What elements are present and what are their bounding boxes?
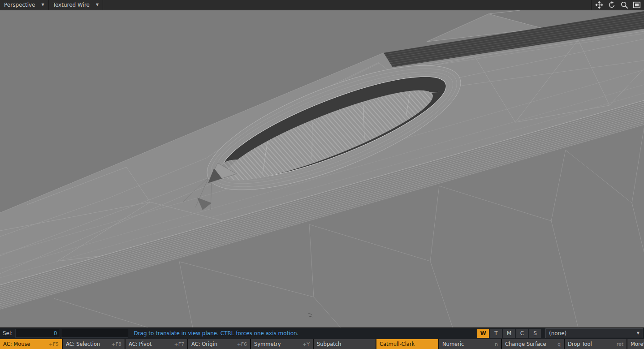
- symmetry-button[interactable]: Symmetry +Y: [251, 339, 313, 349]
- drop-tool-button[interactable]: Drop Tool ret: [565, 339, 627, 349]
- info-field: [61, 329, 128, 338]
- vmap-color-label: C: [520, 330, 524, 336]
- button-shortcut: +Y: [303, 341, 310, 347]
- button-shortcut: +F5: [48, 341, 59, 347]
- selection-count: 0: [54, 330, 57, 336]
- button-shortcut: q: [558, 341, 561, 347]
- vmap-selection-button[interactable]: S: [529, 329, 541, 338]
- vmap-color-button[interactable]: C: [516, 329, 528, 338]
- viewport-3d[interactable]: [0, 10, 644, 327]
- ac-selection-button[interactable]: AC: Selection +F8: [63, 339, 125, 349]
- chevron-down-icon: ▼: [42, 3, 44, 7]
- selection-count-field: 0: [15, 329, 60, 338]
- render-mode-dropdown[interactable]: Textured Wire ▼: [49, 0, 104, 10]
- vmap-morph-button[interactable]: M: [503, 329, 515, 338]
- more-button[interactable]: More ▼: [627, 339, 644, 349]
- vmap-weight-button[interactable]: W: [477, 329, 489, 338]
- rotate-view-button[interactable]: [606, 1, 617, 9]
- view-mode-label: Perspective: [4, 2, 35, 8]
- button-label: Change Surface: [505, 341, 546, 347]
- tool-hint-message: Drag to translate in view plane. CTRL fo…: [128, 330, 477, 336]
- vmap-texture-button[interactable]: T: [490, 329, 502, 338]
- button-label: AC: Pivot: [129, 341, 151, 347]
- button-label: AC: Mouse: [3, 341, 30, 347]
- button-label: Catmull-Clark: [380, 341, 415, 347]
- modeler-window: Perspective ▼ Textured Wire ▼: [0, 0, 644, 349]
- catmull-clark-button[interactable]: Catmull-Clark: [376, 339, 438, 349]
- info-bar: Sel: 0 Drag to translate in view plane. …: [0, 327, 644, 339]
- vmap-selection-label: S: [533, 330, 537, 336]
- button-label: AC: Origin: [191, 341, 217, 347]
- viewport-controls: [591, 0, 644, 10]
- maximize-icon: [633, 1, 641, 9]
- button-shortcut: +F6: [237, 341, 247, 347]
- button-label: Symmetry: [254, 341, 281, 347]
- button-label: More: [631, 341, 644, 347]
- vmap-morph-label: M: [507, 330, 511, 336]
- titlebar-spacer: [103, 0, 591, 10]
- button-label: AC: Selection: [66, 341, 100, 347]
- chevron-down-icon: ▼: [637, 332, 640, 335]
- vmap-select-value: (none): [549, 330, 637, 336]
- zoom-icon: [620, 1, 628, 9]
- vmap-mode-buttons: W T M C S: [477, 329, 541, 338]
- button-shortcut: +F7: [174, 341, 184, 347]
- numeric-button[interactable]: Numeric n: [439, 339, 501, 349]
- rotate-icon: [608, 1, 616, 9]
- vmap-weight-label: W: [480, 330, 486, 336]
- button-shortcut: ret: [617, 341, 623, 347]
- button-shortcut: +F8: [111, 341, 121, 347]
- button-label: Numeric: [442, 341, 464, 347]
- vmap-texture-label: T: [494, 330, 497, 336]
- bottom-toolbar: AC: Mouse +F5 AC: Selection +F8 AC: Pivo…: [0, 339, 644, 349]
- maximize-viewport-button[interactable]: [631, 1, 642, 9]
- ac-mouse-button[interactable]: AC: Mouse +F5: [0, 339, 62, 349]
- subpatch-button[interactable]: Subpatch: [314, 339, 376, 349]
- view-mode-dropdown[interactable]: Perspective ▼: [0, 0, 49, 10]
- button-label: Subpatch: [317, 341, 341, 347]
- ac-origin-button[interactable]: AC: Origin +F6: [188, 339, 250, 349]
- chevron-down-icon: ▼: [96, 3, 99, 7]
- render-mode-label: Textured Wire: [53, 2, 90, 8]
- button-label: Drop Tool: [568, 341, 592, 347]
- vmap-select-dropdown[interactable]: (none) ▼: [545, 328, 643, 338]
- selection-label: Sel:: [0, 330, 15, 336]
- zoom-view-button[interactable]: [619, 1, 629, 9]
- change-surface-button[interactable]: Change Surface q: [502, 339, 564, 349]
- ac-pivot-button[interactable]: AC: Pivot +F7: [125, 339, 187, 349]
- viewport-titlebar: Perspective ▼ Textured Wire ▼: [0, 0, 644, 10]
- pan-icon: [595, 1, 603, 9]
- pan-view-button[interactable]: [594, 1, 604, 9]
- wireframe-scene: [0, 10, 644, 327]
- button-shortcut: n: [495, 341, 498, 347]
